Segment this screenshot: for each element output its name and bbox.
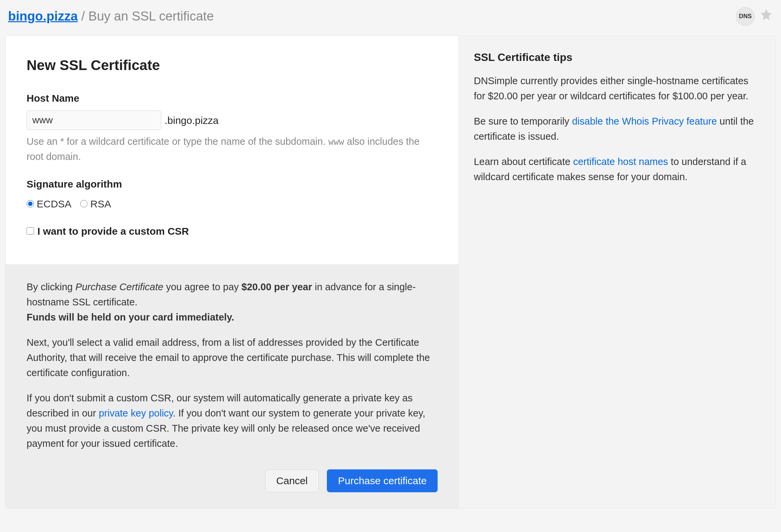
tips-paragraph-3: Learn about certificate certificate host… — [474, 154, 760, 185]
host-name-row: .bingo.pizza — [27, 110, 438, 130]
custom-csr-checkbox[interactable] — [27, 227, 34, 235]
notice-paragraph-3: If you don't submit a custom CSR, our sy… — [27, 391, 438, 451]
host-name-input[interactable] — [27, 110, 161, 130]
signature-field-group: Signature algorithm ECDSA RSA — [27, 176, 438, 211]
breadcrumb-separator: / — [81, 9, 88, 23]
tips-title: SSL Certificate tips — [474, 49, 760, 65]
cancel-button[interactable]: Cancel — [265, 469, 319, 492]
custom-csr-checkbox-row[interactable]: I want to provide a custom CSR — [27, 224, 189, 239]
signature-radio-row: ECDSA RSA — [27, 196, 438, 211]
custom-csr-label: I want to provide a custom CSR — [37, 224, 189, 239]
host-name-suffix: .bingo.pizza — [165, 113, 218, 128]
button-row: Cancel Purchase certificate — [27, 469, 438, 492]
host-name-help: Use an * for a wildcard certificate or t… — [27, 134, 438, 164]
purchase-button[interactable]: Purchase certificate — [327, 469, 438, 492]
cert-host-names-link[interactable]: certificate host names — [573, 156, 668, 167]
left-column: New SSL Certificate Host Name .bingo.piz… — [6, 36, 459, 508]
custom-csr-field-group: I want to provide a custom CSR — [27, 224, 438, 239]
notice-paragraph-2: Next, you'll select a valid email addres… — [27, 335, 438, 380]
private-key-policy-link[interactable]: private key policy — [99, 408, 173, 419]
notice-paragraph-1: By clicking Purchase Certificate you agr… — [27, 279, 438, 325]
page-title: New SSL Certificate — [27, 55, 438, 76]
signature-option-ecdsa[interactable]: ECDSA — [27, 196, 71, 211]
breadcrumb: bingo.pizza / Buy an SSL certificate — [8, 7, 214, 26]
tips-sidebar: SSL Certificate tips DNSimple currently … — [459, 36, 775, 508]
main-content: New SSL Certificate Host Name .bingo.piz… — [5, 35, 776, 509]
dns-badge[interactable]: DNS — [736, 7, 755, 26]
star-icon[interactable] — [759, 8, 773, 25]
form-section: New SSL Certificate Host Name .bingo.piz… — [6, 36, 459, 264]
host-name-field-group: Host Name .bingo.pizza Use an * for a wi… — [27, 91, 438, 164]
signature-option-rsa[interactable]: RSA — [80, 196, 111, 211]
host-name-label: Host Name — [27, 91, 438, 106]
page-header: bingo.pizza / Buy an SSL certificate DNS — [0, 0, 781, 35]
signature-label: Signature algorithm — [27, 176, 438, 192]
whois-privacy-link[interactable]: disable the Whois Privacy feature — [572, 116, 717, 127]
notice-section: By clicking Purchase Certificate you agr… — [6, 264, 459, 508]
breadcrumb-page-name: Buy an SSL certificate — [89, 9, 214, 23]
header-actions: DNS — [736, 7, 773, 26]
radio-rsa[interactable] — [80, 200, 88, 207]
tips-paragraph-2: Be sure to temporarily disable the Whois… — [474, 114, 760, 144]
breadcrumb-domain-link[interactable]: bingo.pizza — [8, 9, 78, 23]
radio-ecdsa[interactable] — [27, 200, 34, 207]
tips-paragraph-1: DNSimple currently provides either singl… — [474, 73, 760, 104]
